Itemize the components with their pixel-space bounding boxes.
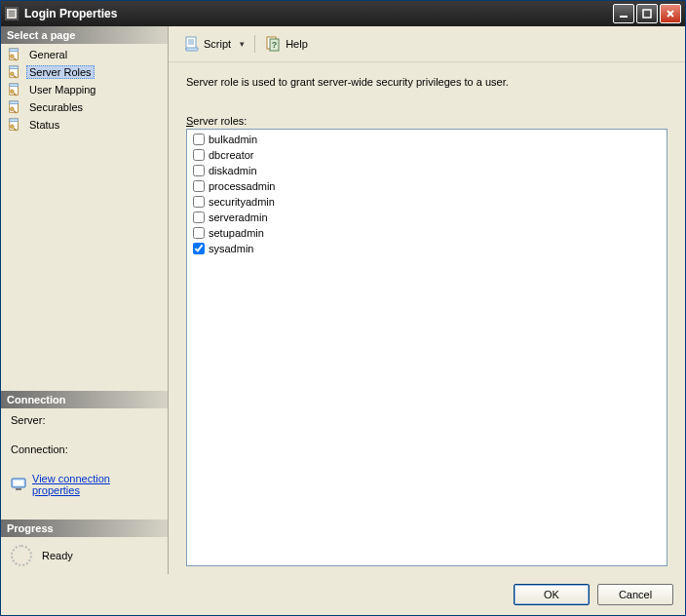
page-icon [7, 99, 22, 115]
close-button[interactable] [660, 4, 681, 23]
role-checkbox-bulkadmin[interactable] [193, 134, 205, 145]
svg-rect-4 [620, 16, 628, 18]
page-label: Securables [26, 100, 86, 114]
page-label: Server Roles [26, 65, 95, 79]
role-checkbox-sysadmin[interactable] [193, 243, 205, 254]
role-item-securityadmin[interactable]: securityadmin [189, 194, 665, 210]
script-dropdown[interactable]: ▾ [237, 39, 248, 49]
role-checkbox-diskadmin[interactable] [193, 165, 205, 176]
role-checkbox-processadmin[interactable] [193, 180, 205, 192]
progress-spinner-icon [11, 545, 32, 566]
toolbar-separator [254, 35, 255, 53]
page-label: General [26, 48, 70, 61]
svg-rect-1 [9, 11, 15, 13]
role-label: securityadmin [209, 196, 275, 208]
role-item-sysadmin[interactable]: sysadmin [189, 241, 665, 256]
page-label: User Mapping [26, 83, 98, 96]
connection-section: Server: Connection: View connection prop… [1, 408, 168, 520]
maximize-button[interactable] [636, 4, 658, 23]
script-icon [184, 36, 200, 52]
role-item-setupadmin[interactable]: setupadmin [189, 225, 665, 241]
svg-text:?: ? [272, 40, 278, 50]
svg-point-14 [11, 72, 15, 76]
help-icon: ? [266, 36, 282, 52]
left-panel: Select a page GeneralServer RolesUser Ma… [1, 26, 169, 574]
role-checkbox-dbcreator[interactable] [193, 149, 205, 161]
right-panel: Script ▾ ? Help Server role is used to g… [169, 26, 685, 574]
page-icon [7, 82, 22, 97]
role-checkbox-setupadmin[interactable] [193, 227, 205, 239]
page-item-user-mapping[interactable]: User Mapping [1, 81, 168, 98]
page-icon [7, 64, 22, 80]
svg-rect-29 [16, 488, 21, 490]
role-item-bulkadmin[interactable]: bulkadmin [189, 132, 665, 147]
role-label: dbcreator [209, 149, 253, 161]
view-connection-properties-link[interactable]: View connection properties [11, 473, 158, 496]
script-button[interactable]: Script [180, 34, 235, 54]
progress-section: Ready [1, 537, 168, 574]
svg-rect-3 [9, 16, 15, 18]
role-label: bulkadmin [209, 134, 257, 145]
role-label: processadmin [209, 180, 275, 192]
connection-properties-icon [11, 476, 26, 493]
titlebar[interactable]: Login Properties [1, 1, 685, 26]
page-item-general[interactable]: General [1, 46, 168, 63]
dialog-footer: OK Cancel [1, 574, 685, 615]
page-icon [7, 47, 22, 62]
page-item-server-roles[interactable]: Server Roles [1, 63, 168, 81]
page-list: GeneralServer RolesUser MappingSecurable… [1, 44, 168, 135]
svg-rect-17 [10, 84, 19, 87]
server-roles-listbox[interactable]: bulkadmindbcreatordiskadminprocessadmins… [186, 129, 667, 566]
role-checkbox-securityadmin[interactable] [193, 196, 205, 208]
role-checkbox-serveradmin[interactable] [193, 212, 205, 223]
script-label: Script [204, 38, 231, 50]
role-label: serveradmin [209, 212, 268, 223]
svg-rect-30 [14, 481, 23, 485]
minimize-button[interactable] [613, 4, 634, 23]
role-item-processadmin[interactable]: processadmin [189, 178, 665, 194]
server-label: Server: [11, 414, 158, 426]
progress-header: Progress [1, 520, 168, 537]
page-item-securables[interactable]: Securables [1, 98, 168, 116]
view-connection-properties-label: View connection properties [32, 473, 158, 496]
svg-rect-9 [10, 49, 19, 52]
server-roles-label: Server roles: [186, 115, 667, 127]
role-item-serveradmin[interactable]: serveradmin [189, 210, 665, 225]
toolbar: Script ▾ ? Help [169, 26, 685, 62]
role-item-diskadmin[interactable]: diskadmin [189, 163, 665, 178]
connection-header: Connection [1, 391, 168, 408]
svg-rect-21 [10, 101, 19, 104]
login-properties-window: Login Properties Select a page GeneralSe… [0, 0, 686, 616]
help-button[interactable]: ? Help [262, 34, 312, 54]
progress-status: Ready [42, 550, 73, 561]
description-text: Server role is used to grant server-wide… [186, 76, 667, 88]
role-label: diskadmin [209, 165, 257, 176]
role-item-dbcreator[interactable]: dbcreator [189, 147, 665, 163]
connection-label: Connection: [11, 443, 158, 455]
role-label: setupadmin [209, 227, 264, 239]
svg-rect-5 [643, 10, 651, 18]
page-label: Status [26, 118, 62, 132]
page-icon [7, 117, 22, 133]
svg-rect-25 [10, 119, 19, 122]
cancel-button[interactable]: Cancel [597, 584, 673, 605]
svg-rect-13 [10, 66, 19, 69]
svg-rect-2 [9, 13, 15, 15]
page-item-status[interactable]: Status [1, 116, 168, 134]
app-icon [5, 7, 19, 20]
svg-point-10 [11, 55, 15, 58]
svg-point-18 [11, 90, 15, 94]
svg-point-26 [11, 125, 15, 129]
svg-point-22 [11, 107, 15, 111]
window-title: Login Properties [24, 7, 613, 20]
help-label: Help [286, 38, 308, 50]
select-page-header: Select a page [1, 26, 168, 44]
role-label: sysadmin [209, 243, 253, 254]
ok-button[interactable]: OK [514, 584, 590, 605]
